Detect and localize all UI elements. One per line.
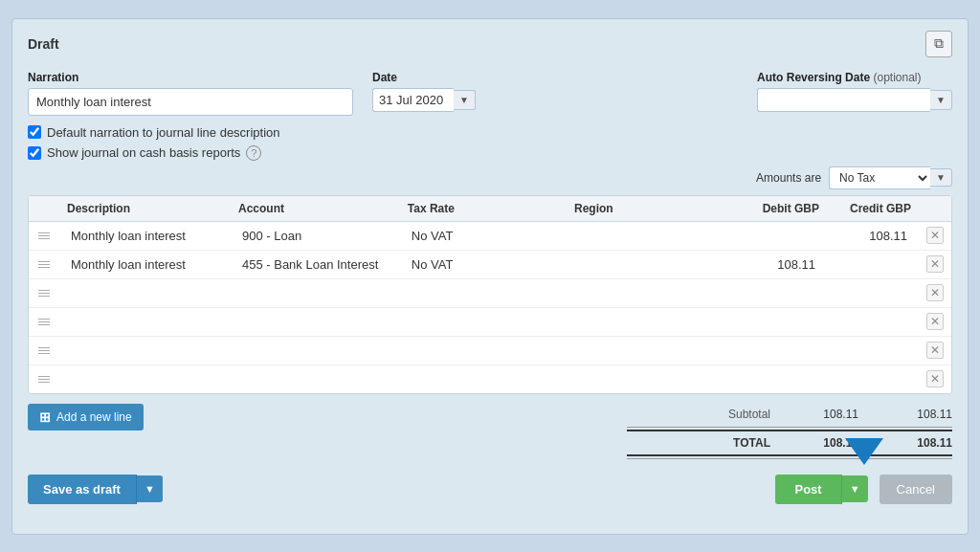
region-input[interactable] [574, 370, 727, 388]
row-region[interactable] [567, 336, 735, 364]
date-input[interactable] [372, 88, 454, 112]
tax-rate-input[interactable] [408, 342, 559, 360]
row-drag-handle[interactable] [29, 336, 59, 364]
debit-input[interactable] [743, 255, 819, 274]
row-account[interactable] [231, 307, 400, 336]
narration-input[interactable] [28, 88, 353, 116]
description-input[interactable] [67, 370, 223, 388]
row-credit[interactable] [827, 364, 919, 393]
row-drag-handle[interactable] [29, 364, 59, 393]
description-input[interactable] [67, 227, 223, 245]
row-account[interactable] [231, 364, 400, 393]
row-debit[interactable] [735, 250, 827, 278]
row-delete-button[interactable]: ✕ [926, 255, 944, 273]
debit-input[interactable] [743, 227, 819, 245]
region-input[interactable] [574, 227, 727, 245]
row-account[interactable] [231, 336, 400, 364]
row-drag-handle[interactable] [29, 250, 59, 278]
row-debit[interactable] [735, 364, 827, 393]
row-delete-button[interactable]: ✕ [926, 342, 944, 359]
row-debit[interactable] [735, 221, 827, 250]
row-delete-button[interactable]: ✕ [926, 227, 944, 244]
account-input[interactable] [238, 370, 392, 388]
amounts-select[interactable]: No Tax Tax Inclusive Tax Exclusive [829, 166, 930, 189]
row-region[interactable] [567, 221, 735, 250]
save-draft-dropdown-button[interactable]: ▼ [137, 475, 163, 502]
row-region[interactable] [567, 364, 735, 393]
default-narration-label[interactable]: Default narration to journal line descri… [47, 125, 280, 140]
row-debit[interactable] [735, 336, 827, 364]
region-input[interactable] [574, 284, 727, 302]
row-description[interactable] [59, 278, 231, 307]
row-debit[interactable] [735, 278, 827, 307]
row-credit[interactable] [827, 307, 919, 336]
debit-input[interactable] [743, 313, 819, 331]
row-account[interactable] [231, 250, 400, 278]
row-delete-button[interactable]: ✕ [926, 370, 944, 387]
row-tax-rate[interactable] [400, 364, 567, 393]
row-credit[interactable] [827, 250, 919, 278]
row-account[interactable] [231, 221, 400, 250]
default-narration-checkbox[interactable] [28, 125, 41, 139]
credit-input[interactable] [835, 227, 911, 245]
auto-reversing-dropdown-button[interactable]: ▼ [930, 90, 952, 110]
save-as-draft-button[interactable]: Save as draft [28, 475, 137, 504]
account-input[interactable] [238, 255, 392, 274]
account-input[interactable] [238, 313, 392, 331]
debit-input[interactable] [743, 284, 819, 302]
description-input[interactable] [67, 284, 223, 302]
show-journal-checkbox[interactable] [28, 146, 41, 160]
row-drag-handle[interactable] [29, 221, 59, 250]
credit-input[interactable] [835, 342, 911, 360]
debit-input[interactable] [743, 342, 819, 360]
row-tax-rate[interactable] [400, 250, 567, 278]
post-dropdown-button[interactable]: ▼ [842, 475, 868, 502]
row-region[interactable] [567, 250, 735, 278]
tax-rate-input[interactable] [408, 227, 559, 245]
credit-input[interactable] [835, 370, 911, 388]
account-input[interactable] [238, 342, 392, 360]
row-description[interactable] [59, 307, 231, 336]
row-debit[interactable] [735, 307, 827, 336]
credit-input[interactable] [835, 255, 911, 274]
account-input[interactable] [238, 284, 392, 302]
row-region[interactable] [567, 278, 735, 307]
row-region[interactable] [567, 307, 735, 336]
tax-rate-input[interactable] [408, 284, 559, 302]
region-input[interactable] [574, 255, 727, 274]
copy-icon-button[interactable]: ⧉ [925, 31, 952, 57]
account-input[interactable] [238, 227, 392, 245]
cancel-button[interactable]: Cancel [880, 475, 952, 504]
post-button[interactable]: Post [775, 475, 841, 504]
debit-input[interactable] [743, 370, 819, 388]
row-credit[interactable] [827, 278, 919, 307]
description-input[interactable] [67, 255, 223, 274]
row-credit[interactable] [827, 221, 919, 250]
row-description[interactable] [59, 221, 231, 250]
show-journal-label[interactable]: Show journal on cash basis reports [47, 145, 240, 160]
add-new-line-button[interactable]: ⊞ Add a new line [28, 404, 144, 431]
row-tax-rate[interactable] [400, 336, 567, 364]
row-description[interactable] [59, 364, 231, 393]
credit-input[interactable] [835, 313, 911, 331]
help-icon[interactable]: ? [246, 145, 261, 161]
tax-rate-input[interactable] [408, 313, 559, 331]
description-input[interactable] [67, 342, 223, 360]
tax-rate-input[interactable] [408, 370, 559, 388]
row-drag-handle[interactable] [29, 278, 59, 307]
row-delete-button[interactable]: ✕ [926, 313, 944, 330]
row-description[interactable] [59, 250, 231, 278]
tax-rate-input[interactable] [408, 255, 559, 274]
row-delete-button[interactable]: ✕ [926, 284, 944, 301]
row-tax-rate[interactable] [400, 278, 567, 307]
region-input[interactable] [574, 313, 727, 331]
auto-reversing-date-input[interactable] [757, 88, 930, 112]
credit-input[interactable] [835, 284, 911, 302]
row-tax-rate[interactable] [400, 221, 567, 250]
region-input[interactable] [574, 342, 727, 360]
date-dropdown-button[interactable]: ▼ [454, 90, 476, 110]
row-tax-rate[interactable] [400, 307, 567, 336]
row-description[interactable] [59, 336, 231, 364]
row-drag-handle[interactable] [29, 307, 59, 336]
row-account[interactable] [231, 278, 400, 307]
